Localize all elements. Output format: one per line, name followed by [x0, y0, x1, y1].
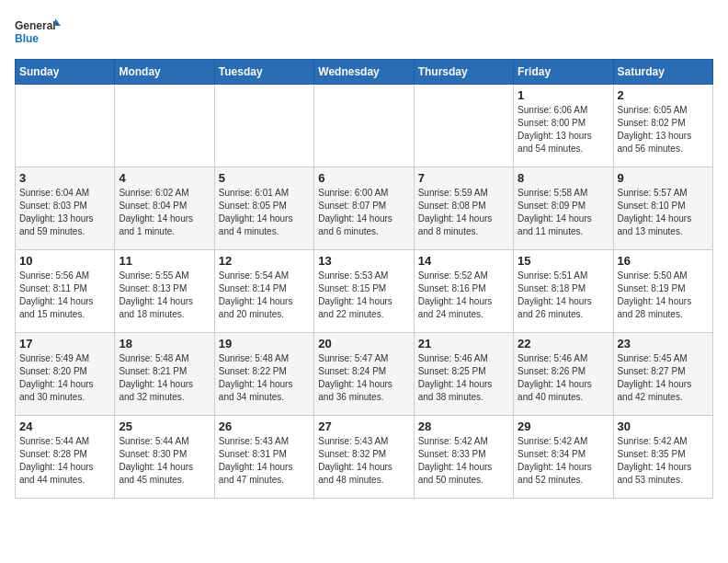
day-number: 11	[119, 254, 210, 268]
day-detail: Sunrise: 5:53 AMSunset: 8:15 PMDaylight:…	[318, 270, 409, 321]
calendar-cell: 29Sunrise: 5:42 AMSunset: 8:34 PMDayligh…	[514, 416, 613, 499]
calendar-cell: 13Sunrise: 5:53 AMSunset: 8:15 PMDayligh…	[314, 250, 414, 333]
svg-marker-2	[55, 18, 61, 26]
day-detail: Sunrise: 5:57 AMSunset: 8:10 PMDaylight:…	[618, 187, 709, 238]
calendar-cell: 2Sunrise: 6:05 AMSunset: 8:02 PMDaylight…	[613, 85, 712, 167]
calendar-cell: 7Sunrise: 5:59 AMSunset: 8:08 PMDaylight…	[414, 167, 513, 250]
calendar-cell: 17Sunrise: 5:49 AMSunset: 8:20 PMDayligh…	[16, 333, 115, 416]
day-number: 2	[618, 88, 709, 102]
day-detail: Sunrise: 6:05 AMSunset: 8:02 PMDaylight:…	[618, 104, 709, 155]
calendar-week-row: 10Sunrise: 5:56 AMSunset: 8:11 PMDayligh…	[16, 250, 713, 333]
calendar-cell	[414, 85, 513, 167]
day-detail: Sunrise: 5:46 AMSunset: 8:25 PMDaylight:…	[418, 352, 509, 404]
day-number: 14	[418, 254, 509, 268]
calendar-cell: 15Sunrise: 5:51 AMSunset: 8:18 PMDayligh…	[514, 250, 613, 333]
svg-text:Blue: Blue	[15, 32, 39, 45]
day-detail: Sunrise: 5:44 AMSunset: 8:30 PMDaylight:…	[119, 435, 210, 487]
day-detail: Sunrise: 5:54 AMSunset: 8:14 PMDaylight:…	[219, 270, 310, 321]
day-number: 16	[618, 254, 709, 268]
day-detail: Sunrise: 6:00 AMSunset: 8:07 PMDaylight:…	[318, 187, 409, 238]
weekday-header-sunday: Sunday	[16, 60, 115, 85]
day-detail: Sunrise: 5:42 AMSunset: 8:35 PMDaylight:…	[618, 435, 709, 487]
day-detail: Sunrise: 5:44 AMSunset: 8:28 PMDaylight:…	[19, 435, 110, 487]
day-detail: Sunrise: 5:49 AMSunset: 8:20 PMDaylight:…	[19, 352, 110, 404]
day-number: 12	[219, 254, 310, 268]
day-detail: Sunrise: 6:02 AMSunset: 8:04 PMDaylight:…	[119, 187, 210, 238]
calendar-cell: 12Sunrise: 5:54 AMSunset: 8:14 PMDayligh…	[214, 250, 313, 333]
day-number: 24	[19, 419, 110, 433]
day-number: 17	[19, 337, 110, 350]
calendar-cell: 26Sunrise: 5:43 AMSunset: 8:31 PMDayligh…	[214, 416, 313, 499]
day-detail: Sunrise: 5:52 AMSunset: 8:16 PMDaylight:…	[418, 270, 509, 321]
day-detail: Sunrise: 5:55 AMSunset: 8:13 PMDaylight:…	[119, 270, 210, 321]
calendar-cell: 22Sunrise: 5:46 AMSunset: 8:26 PMDayligh…	[514, 333, 613, 416]
calendar-cell: 8Sunrise: 5:58 AMSunset: 8:09 PMDaylight…	[514, 167, 613, 250]
day-number: 8	[518, 171, 609, 185]
day-detail: Sunrise: 5:48 AMSunset: 8:21 PMDaylight:…	[119, 352, 210, 404]
day-number: 6	[318, 171, 409, 185]
day-number: 7	[418, 171, 509, 185]
day-detail: Sunrise: 5:42 AMSunset: 8:34 PMDaylight:…	[518, 435, 609, 487]
calendar-cell: 16Sunrise: 5:50 AMSunset: 8:19 PMDayligh…	[613, 250, 712, 333]
calendar-cell: 6Sunrise: 6:00 AMSunset: 8:07 PMDaylight…	[314, 167, 414, 250]
calendar-cell: 1Sunrise: 6:06 AMSunset: 8:00 PMDaylight…	[514, 85, 613, 167]
day-number: 30	[618, 419, 709, 433]
day-number: 26	[219, 419, 310, 433]
day-detail: Sunrise: 5:59 AMSunset: 8:08 PMDaylight:…	[418, 187, 509, 238]
day-detail: Sunrise: 5:42 AMSunset: 8:33 PMDaylight:…	[418, 435, 509, 487]
day-number: 15	[518, 254, 609, 268]
day-detail: Sunrise: 5:51 AMSunset: 8:18 PMDaylight:…	[518, 270, 609, 321]
day-detail: Sunrise: 5:56 AMSunset: 8:11 PMDaylight:…	[19, 270, 110, 321]
calendar-cell: 24Sunrise: 5:44 AMSunset: 8:28 PMDayligh…	[16, 416, 115, 499]
calendar-cell: 4Sunrise: 6:02 AMSunset: 8:04 PMDaylight…	[115, 167, 214, 250]
calendar-cell: 21Sunrise: 5:46 AMSunset: 8:25 PMDayligh…	[414, 333, 513, 416]
calendar-cell: 9Sunrise: 5:57 AMSunset: 8:10 PMDaylight…	[613, 167, 712, 250]
day-number: 29	[518, 419, 609, 433]
weekday-header-monday: Monday	[115, 60, 214, 85]
calendar-week-row: 24Sunrise: 5:44 AMSunset: 8:28 PMDayligh…	[16, 416, 713, 499]
calendar-cell: 20Sunrise: 5:47 AMSunset: 8:24 PMDayligh…	[314, 333, 414, 416]
calendar-cell: 14Sunrise: 5:52 AMSunset: 8:16 PMDayligh…	[414, 250, 513, 333]
day-number: 9	[618, 171, 709, 185]
day-detail: Sunrise: 5:48 AMSunset: 8:22 PMDaylight:…	[219, 352, 310, 404]
calendar-cell: 27Sunrise: 5:43 AMSunset: 8:32 PMDayligh…	[314, 416, 414, 499]
day-detail: Sunrise: 6:06 AMSunset: 8:00 PMDaylight:…	[518, 104, 609, 155]
calendar-week-row: 3Sunrise: 6:04 AMSunset: 8:03 PMDaylight…	[16, 167, 713, 250]
calendar-cell: 28Sunrise: 5:42 AMSunset: 8:33 PMDayligh…	[414, 416, 513, 499]
day-number: 28	[418, 419, 509, 433]
day-number: 27	[318, 419, 409, 433]
calendar-cell: 30Sunrise: 5:42 AMSunset: 8:35 PMDayligh…	[613, 416, 712, 499]
weekday-header-saturday: Saturday	[613, 60, 712, 85]
svg-text:General: General	[15, 19, 56, 32]
calendar-cell: 11Sunrise: 5:55 AMSunset: 8:13 PMDayligh…	[115, 250, 214, 333]
day-detail: Sunrise: 5:43 AMSunset: 8:32 PMDaylight:…	[318, 435, 409, 487]
day-detail: Sunrise: 5:50 AMSunset: 8:19 PMDaylight:…	[618, 270, 709, 321]
calendar-table: SundayMondayTuesdayWednesdayThursdayFrid…	[15, 59, 713, 499]
day-number: 13	[318, 254, 409, 268]
day-number: 25	[119, 419, 210, 433]
calendar-cell: 5Sunrise: 6:01 AMSunset: 8:05 PMDaylight…	[214, 167, 313, 250]
calendar-cell: 18Sunrise: 5:48 AMSunset: 8:21 PMDayligh…	[115, 333, 214, 416]
weekday-header-row: SundayMondayTuesdayWednesdayThursdayFrid…	[16, 60, 713, 85]
day-number: 4	[119, 171, 210, 185]
calendar-cell: 10Sunrise: 5:56 AMSunset: 8:11 PMDayligh…	[16, 250, 115, 333]
day-number: 1	[518, 88, 609, 102]
day-number: 22	[518, 337, 609, 350]
header: General Blue	[15, 15, 713, 52]
weekday-header-thursday: Thursday	[414, 60, 513, 85]
weekday-header-friday: Friday	[514, 60, 613, 85]
day-number: 10	[19, 254, 110, 268]
calendar-cell: 19Sunrise: 5:48 AMSunset: 8:22 PMDayligh…	[214, 333, 313, 416]
day-detail: Sunrise: 6:01 AMSunset: 8:05 PMDaylight:…	[219, 187, 310, 238]
day-number: 5	[219, 171, 310, 185]
calendar-week-row: 17Sunrise: 5:49 AMSunset: 8:20 PMDayligh…	[16, 333, 713, 416]
calendar-cell	[115, 85, 214, 167]
calendar-cell	[314, 85, 414, 167]
calendar-cell: 3Sunrise: 6:04 AMSunset: 8:03 PMDaylight…	[16, 167, 115, 250]
calendar-cell: 25Sunrise: 5:44 AMSunset: 8:30 PMDayligh…	[115, 416, 214, 499]
weekday-header-tuesday: Tuesday	[214, 60, 313, 85]
day-number: 3	[19, 171, 110, 185]
calendar-cell	[214, 85, 313, 167]
day-detail: Sunrise: 6:04 AMSunset: 8:03 PMDaylight:…	[19, 187, 110, 238]
day-number: 23	[618, 337, 709, 350]
